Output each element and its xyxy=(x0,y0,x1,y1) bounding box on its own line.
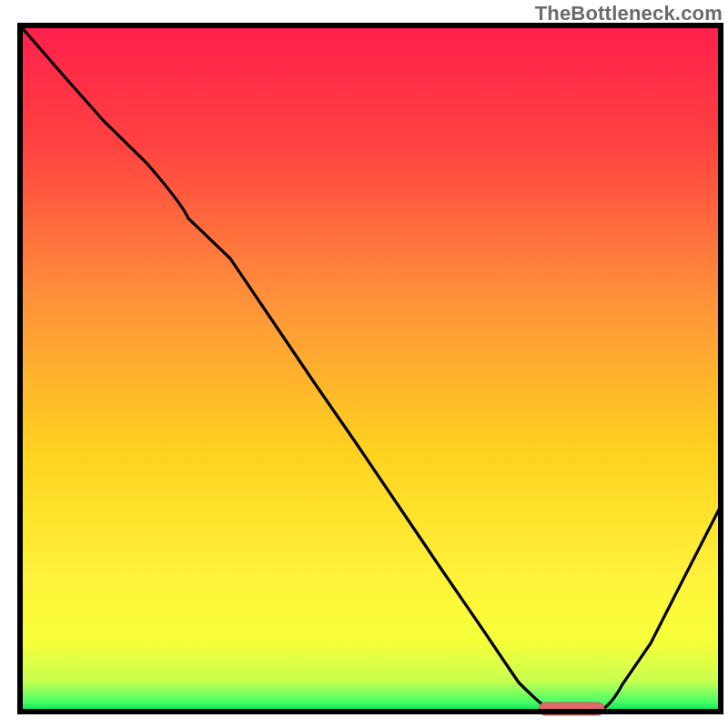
chart-svg xyxy=(0,0,728,728)
chart-frame: TheBottleneck.com xyxy=(0,0,728,728)
watermark-text: TheBottleneck.com xyxy=(535,2,723,25)
plot-background xyxy=(20,25,721,712)
